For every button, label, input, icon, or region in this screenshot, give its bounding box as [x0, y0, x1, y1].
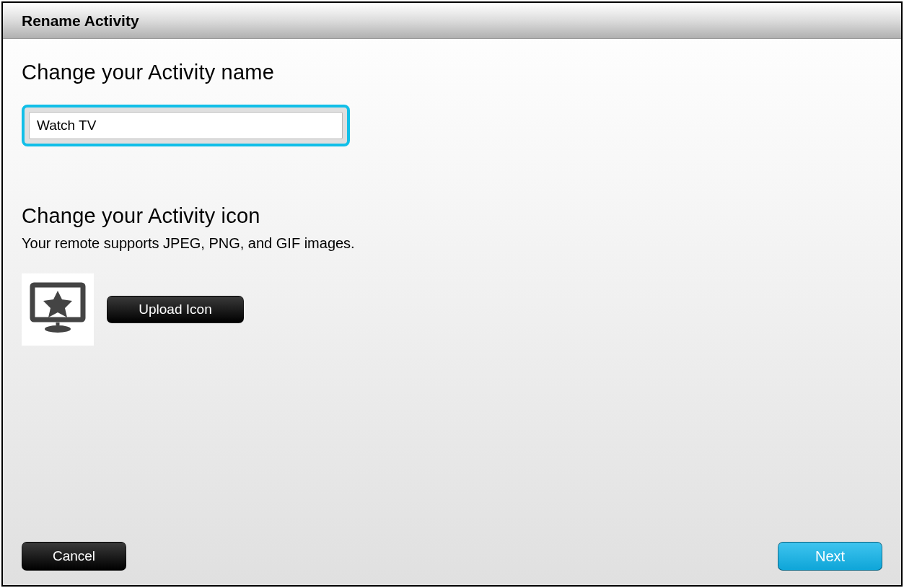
- tv-star-icon: [29, 282, 87, 337]
- change-icon-heading: Change your Activity icon: [22, 204, 882, 228]
- activity-icon-preview: [22, 273, 94, 346]
- rename-activity-dialog: Rename Activity Change your Activity nam…: [1, 1, 903, 587]
- icon-format-subtext: Your remote supports JPEG, PNG, and GIF …: [22, 235, 882, 252]
- dialog-header: Rename Activity: [3, 3, 901, 39]
- svg-point-1: [45, 325, 71, 333]
- change-name-heading: Change your Activity name: [22, 61, 882, 84]
- cancel-button[interactable]: Cancel: [22, 542, 126, 571]
- icon-row: Upload Icon: [22, 273, 882, 346]
- activity-name-input[interactable]: [29, 112, 343, 139]
- next-button[interactable]: Next: [778, 542, 882, 571]
- dialog-title: Rename Activity: [22, 12, 139, 30]
- upload-icon-button[interactable]: Upload Icon: [107, 296, 244, 323]
- activity-name-input-wrapper: [22, 105, 350, 146]
- dialog-content: Change your Activity name Change your Ac…: [3, 39, 901, 346]
- dialog-footer: Cancel Next: [3, 542, 901, 571]
